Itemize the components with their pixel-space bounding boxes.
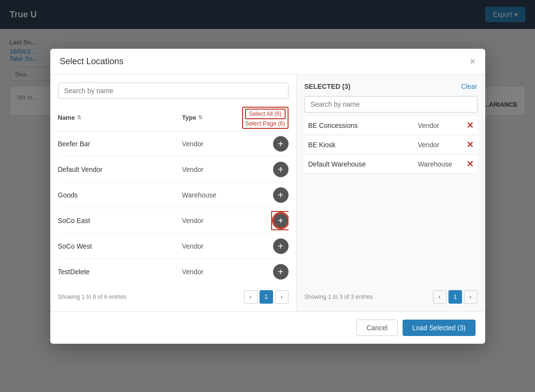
left-prev-page[interactable]: ‹ (244, 290, 258, 304)
row-name: SoCo West (58, 242, 182, 250)
modal-overlay: Select Locations × Name ⇅ Type ⇅ (0, 0, 535, 392)
modal-body: Name ⇅ Type ⇅ Select All (6) Select Page… (50, 75, 485, 311)
selected-row: Default WarehouseWarehouse✕ (304, 155, 477, 174)
row-name: Default Vendor (58, 166, 182, 173)
add-location-button[interactable]: + (273, 264, 289, 280)
row-action: + (240, 213, 289, 228)
modal-footer: Cancel Load Selected (3) (50, 311, 485, 344)
add-location-button[interactable]: + (273, 162, 289, 177)
row-type: Vendor (182, 217, 240, 224)
modal-title: Select Locations (60, 56, 124, 67)
cancel-button[interactable]: Cancel (356, 320, 398, 336)
row-name: Beefer Bar (58, 140, 182, 148)
remove-location-button[interactable]: ✕ (466, 160, 474, 168)
right-page-1[interactable]: 1 (448, 290, 462, 304)
select-locations-modal: Select Locations × Name ⇅ Type ⇅ (50, 49, 485, 344)
selected-row-name: BE Concessions (308, 122, 418, 129)
table-header: Name ⇅ Type ⇅ Select All (6) Select Page… (58, 105, 289, 131)
row-action: + (240, 162, 289, 177)
select-all-button[interactable]: Select All (6) (245, 109, 285, 119)
modal-header: Select Locations × (50, 49, 485, 75)
add-location-button[interactable]: + (273, 136, 289, 152)
select-page-button[interactable]: Select Page (6) (245, 120, 285, 127)
left-page-1[interactable]: 1 (260, 290, 273, 304)
table-row: TestDeleteVendor+ (58, 259, 289, 284)
row-type: Vendor (182, 268, 240, 276)
row-type: Vendor (182, 166, 240, 173)
selected-header: SELECTED (3) Clear (304, 83, 477, 90)
right-search-input[interactable] (304, 96, 477, 112)
row-name: TestDelete (58, 268, 182, 276)
right-selected-rows: BE ConcessionsVendor✕BE KioskVendor✕Defa… (304, 116, 477, 284)
row-action: + (240, 136, 289, 152)
right-panel: SELECTED (3) Clear BE ConcessionsVendor✕… (297, 75, 485, 311)
left-next-page[interactable]: › (275, 290, 289, 304)
add-icon: + (273, 238, 289, 254)
type-sort-icon[interactable]: ⇅ (198, 114, 202, 121)
add-icon: + (273, 264, 289, 280)
selected-row-type: Warehouse (418, 160, 466, 168)
row-action: + (240, 187, 289, 203)
clear-button[interactable]: Clear (461, 83, 477, 90)
selected-row-type: Vendor (418, 141, 466, 149)
selected-title: SELECTED (3) (304, 83, 351, 90)
load-selected-button[interactable]: Load Selected (3) (403, 320, 476, 336)
add-icon: + (273, 187, 289, 203)
table-row: GoodsWarehouse+ (58, 182, 289, 208)
name-column-header: Name ⇅ (58, 114, 182, 121)
table-row: SoCo EastVendor+ (58, 208, 289, 234)
row-name: Goods (58, 191, 182, 199)
left-search-input[interactable] (58, 83, 289, 99)
left-showing-text: Showing 1 to 6 of 6 entries (58, 294, 127, 300)
table-row: SoCo WestVendor+ (58, 234, 289, 259)
left-table-rows: Beefer BarVendor+Default VendorVendor+Go… (58, 131, 289, 284)
table-row: Beefer BarVendor+ (58, 131, 289, 157)
selected-row-name: Default Warehouse (308, 160, 418, 168)
row-type: Warehouse (182, 191, 240, 199)
select-all-container: Select All (6) Select Page (6) (242, 107, 288, 129)
selected-row-name: BE Kiosk (308, 141, 418, 149)
add-icon: + (273, 213, 289, 228)
row-type: Vendor (182, 242, 240, 250)
row-type: Vendor (182, 140, 240, 148)
right-pagination-controls: ‹ 1 › (433, 290, 477, 304)
left-pagination-controls: ‹ 1 › (244, 290, 289, 304)
type-column-header: Type ⇅ (182, 114, 240, 121)
remove-location-button[interactable]: ✕ (466, 121, 474, 130)
name-sort-icon[interactable]: ⇅ (77, 114, 81, 121)
row-action: + (240, 264, 289, 280)
action-column-header: Select All (6) Select Page (6) (240, 107, 289, 129)
left-panel: Name ⇅ Type ⇅ Select All (6) Select Page… (50, 75, 297, 311)
add-icon: + (273, 136, 289, 152)
left-pagination: Showing 1 to 6 of 6 entries ‹ 1 › (58, 284, 289, 304)
right-prev-page[interactable]: ‹ (433, 290, 447, 304)
remove-location-button[interactable]: ✕ (466, 140, 474, 149)
row-name: SoCo East (58, 217, 182, 224)
modal-close-button[interactable]: × (470, 56, 476, 66)
add-icon: + (273, 162, 289, 177)
right-pagination: Showing 1 to 3 of 3 entries ‹ 1 › (304, 284, 477, 304)
add-location-button[interactable]: + (273, 238, 289, 254)
selected-row-type: Vendor (418, 122, 466, 129)
selected-row: BE ConcessionsVendor✕ (304, 116, 477, 135)
right-next-page[interactable]: › (464, 290, 477, 304)
table-row: Default VendorVendor+ (58, 157, 289, 182)
row-action: + (240, 238, 289, 254)
right-showing-text: Showing 1 to 3 of 3 entries (304, 294, 373, 300)
add-location-button[interactable]: + (273, 213, 289, 228)
add-location-button[interactable]: + (273, 187, 289, 203)
selected-row: BE KioskVendor✕ (304, 136, 477, 154)
